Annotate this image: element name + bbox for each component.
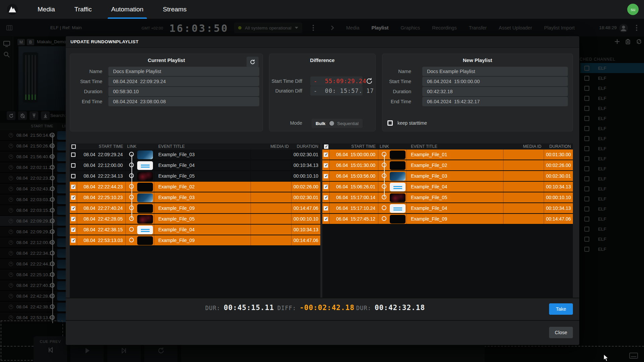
close-button[interactable]: Close	[549, 327, 573, 338]
start-time-diff-value: - 55:09:29.24	[310, 76, 363, 86]
link-ring[interactable]	[382, 173, 386, 178]
end-time-label: End Time	[82, 99, 102, 104]
current-end-field[interactable]: 08.04.2024 23:08:00.08	[108, 97, 259, 106]
reset-diff-icon[interactable]	[365, 77, 373, 85]
event-row[interactable]: 08.04 22:27:40.24 Example_File_09 00:14:…	[70, 203, 320, 214]
select-all-checkbox[interactable]	[71, 144, 76, 149]
nav-item[interactable]: Streams	[158, 0, 192, 19]
link-ring[interactable]	[382, 216, 386, 221]
link-ring[interactable]	[129, 227, 134, 232]
link-ring[interactable]	[382, 195, 386, 199]
event-duration: 00:02:26.00	[291, 182, 320, 192]
new-start-field[interactable]: 06.04.2024 15:00:00.00	[422, 77, 568, 86]
nav-item[interactable]: Automation	[106, 0, 149, 19]
user-avatar[interactable]: su	[627, 4, 639, 15]
current-duration-field[interactable]: 00:58:30.10	[108, 87, 259, 96]
link-ring[interactable]	[382, 205, 386, 210]
link-ring[interactable]	[129, 173, 134, 178]
col-link: LINK	[378, 144, 407, 149]
event-row[interactable]: 08.04 22:42:28.05 Example_File_05 00:00:…	[70, 214, 320, 225]
nav-item[interactable]: Media	[32, 0, 60, 19]
nav-item[interactable]: Traffic	[69, 0, 97, 19]
row-checkbox[interactable]	[71, 153, 75, 157]
event-link-cell	[126, 235, 154, 245]
current-events-table: START TIME LINK EVENT TITLE MEDIA ID DUR…	[70, 143, 320, 298]
link-ring[interactable]	[382, 184, 386, 189]
event-row[interactable]: 08.04 22:09:29.24 Example_File_03 00:02:…	[70, 149, 320, 160]
event-row[interactable]: 08.04 22:25:10.23 Example_File_03 00:02:…	[70, 192, 320, 203]
event-title: Example_File_04	[407, 182, 503, 192]
refresh-playlist-button[interactable]	[247, 57, 259, 67]
row-checkbox[interactable]	[324, 153, 328, 157]
mode-switch[interactable]	[329, 121, 334, 126]
event-row[interactable]: 06.04 15:06:26.01 Example_File_04 00:10:…	[322, 182, 573, 192]
mode-bulk-label[interactable]: Bulk	[316, 121, 325, 126]
event-row[interactable]: 08.04 22:22:34.13 Example_File_05 00:00:…	[70, 171, 320, 182]
event-row[interactable]: 06.04 15:01:30.00 Example_File_02 00:02:…	[322, 160, 573, 171]
row-checkbox[interactable]	[324, 174, 328, 178]
new-end-field[interactable]: 06.04.2024 15:42:32.17	[422, 97, 568, 106]
row-checkbox[interactable]	[324, 185, 328, 189]
event-link-cell	[378, 171, 407, 181]
row-checkbox[interactable]	[324, 206, 328, 210]
link-ring[interactable]	[129, 163, 134, 167]
event-row[interactable]: 06.04 15:17:10.24 Example_File_04 00:10:…	[322, 203, 573, 214]
keep-starttime-checkbox[interactable]	[387, 120, 393, 126]
event-start-time: 06.04 15:06:26.01	[330, 182, 378, 192]
row-checkbox[interactable]	[71, 195, 75, 200]
event-row[interactable]: 08.04 22:12:00.00 Example_File_04 00:10:…	[70, 160, 320, 171]
event-start-time: 06.04 15:03:56.00	[330, 171, 378, 181]
link-ring[interactable]	[129, 152, 134, 157]
current-start-field[interactable]: 08.04.2024 22:09:29.24	[108, 77, 259, 86]
row-checkbox[interactable]	[71, 174, 75, 178]
event-link-cell	[378, 160, 407, 170]
row-checkbox[interactable]	[71, 238, 75, 243]
link-ring[interactable]	[382, 152, 386, 157]
event-start-time: 08.04 22:42:28.05	[77, 214, 126, 224]
row-checkbox[interactable]	[324, 163, 328, 168]
event-duration: 00:00:10.10	[291, 214, 320, 224]
event-media-id	[251, 160, 291, 170]
link-ring[interactable]	[382, 163, 386, 167]
event-duration: 00:01:30.00	[544, 149, 573, 160]
event-row[interactable]: 06.04 15:27:45.12 Example_File_09 00:14:…	[322, 214, 573, 225]
row-checkbox[interactable]	[71, 217, 75, 221]
take-button[interactable]: Take	[549, 303, 573, 315]
event-row[interactable]: 06.04 15:03:56.00 Example_File_03 00:02:…	[322, 171, 573, 182]
new-name-field[interactable]: Docs Example Playlist	[422, 67, 568, 76]
mode-toggle[interactable]: Bulk Sequential	[312, 119, 363, 128]
row-checkbox[interactable]	[324, 217, 328, 221]
event-row[interactable]: 08.04 22:53:13.03 Example_File_09 00:14:…	[70, 235, 320, 246]
link-ring[interactable]	[129, 195, 134, 199]
link-ring[interactable]	[129, 205, 134, 210]
event-title: Example_File_04	[154, 160, 251, 170]
event-link-cell	[378, 182, 407, 192]
row-checkbox[interactable]	[71, 163, 75, 168]
event-media-id	[251, 171, 291, 181]
event-thumbnail	[137, 150, 153, 159]
mode-sequential-label[interactable]: Sequential	[337, 121, 359, 126]
select-all-checkbox[interactable]	[324, 144, 328, 149]
row-checkbox[interactable]	[71, 206, 75, 210]
top-navigation: MediaTrafficAutomationStreams su	[0, 0, 644, 19]
event-row[interactable]: 06.04 15:17:00.14 Example_File_05 00:00:…	[322, 192, 573, 203]
link-ring[interactable]	[129, 184, 134, 189]
event-title: Example_File_04	[407, 203, 503, 213]
event-row[interactable]: 08.04 22:22:44.23 Example_File_02 00:02:…	[70, 182, 320, 192]
event-media-id	[503, 203, 544, 213]
row-checkbox[interactable]	[71, 228, 75, 232]
event-row[interactable]: 06.04 15:00:00.00 Example_File_01 00:01:…	[322, 149, 573, 160]
event-row[interactable]: 08.04 22:42:38.15 Example_File_04 00:10:…	[70, 225, 320, 235]
current-playlist-panel: Current Playlist Name Docs Example Playl…	[70, 54, 263, 131]
current-name-field[interactable]: Docs Example Playlist	[108, 67, 259, 76]
link-ring[interactable]	[129, 238, 134, 242]
makalu-logo[interactable]	[7, 4, 18, 15]
event-start-time: 08.04 22:53:13.03	[77, 235, 126, 245]
link-ring[interactable]	[129, 216, 134, 221]
row-checkbox[interactable]	[324, 195, 328, 200]
event-thumbnail	[390, 161, 406, 170]
new-duration-field[interactable]: 00:42:32.18	[422, 87, 568, 96]
row-checkbox[interactable]	[71, 185, 75, 189]
dur-left-value: 00:45:15.11	[224, 304, 274, 312]
event-thumbnail	[137, 161, 153, 170]
